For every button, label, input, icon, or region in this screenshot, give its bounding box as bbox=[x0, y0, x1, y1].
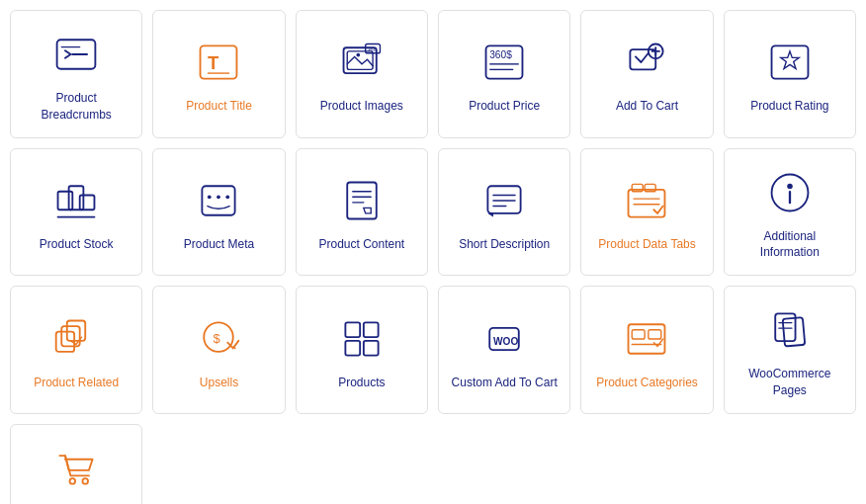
svg-text:$: $ bbox=[214, 330, 220, 345]
custom-cart-icon: WOO bbox=[478, 313, 530, 365]
svg-text:T: T bbox=[208, 53, 219, 74]
row-4: Menu Cart bbox=[10, 424, 856, 504]
svg-point-27 bbox=[217, 195, 221, 199]
widget-custom-add-to-cart[interactable]: WOO Custom Add To Cart bbox=[438, 286, 570, 414]
svg-text:360: 360 bbox=[367, 46, 376, 52]
woo-pages-icon bbox=[764, 304, 816, 356]
widget-additional-information[interactable]: Additional Information bbox=[724, 148, 856, 277]
svg-rect-62 bbox=[782, 317, 805, 346]
widget-label: Product Data Tabs bbox=[598, 236, 696, 253]
widget-product-content[interactable]: Product Content bbox=[296, 148, 428, 277]
svg-rect-29 bbox=[347, 183, 377, 219]
svg-point-26 bbox=[208, 195, 212, 199]
row-2: Product Stock Product Meta Product bbox=[10, 148, 856, 277]
svg-point-28 bbox=[226, 195, 230, 199]
svg-rect-53 bbox=[345, 340, 360, 355]
widget-label: Short Description bbox=[459, 236, 550, 253]
svg-point-8 bbox=[356, 53, 360, 57]
widget-product-stock[interactable]: Product Stock bbox=[10, 148, 142, 277]
widget-product-images[interactable]: 360 Product Images bbox=[296, 10, 428, 138]
svg-text:360$: 360$ bbox=[489, 50, 512, 61]
svg-point-50 bbox=[234, 347, 236, 349]
svg-rect-22 bbox=[69, 186, 84, 210]
widget-product-breadcrumbs[interactable]: Product Breadcrumbs bbox=[10, 10, 142, 138]
price-icon: 360$ bbox=[478, 37, 530, 88]
svg-rect-37 bbox=[629, 190, 665, 217]
svg-point-65 bbox=[70, 478, 76, 484]
widget-label: WooCommerce Pages bbox=[735, 366, 845, 399]
widget-label: Product Content bbox=[318, 236, 404, 253]
rating-icon bbox=[764, 37, 816, 88]
cart-icon bbox=[621, 37, 672, 88]
row-1: Product Breadcrumbs T Product Title 360 bbox=[10, 10, 856, 138]
title-icon: T bbox=[193, 37, 244, 88]
widget-woocommerce-pages[interactable]: WooCommerce Pages bbox=[724, 286, 856, 414]
svg-rect-25 bbox=[203, 186, 235, 215]
widget-label: Product Meta bbox=[184, 236, 254, 253]
widget-add-to-cart[interactable]: Add To Cart bbox=[580, 10, 713, 138]
categories-icon bbox=[621, 313, 672, 365]
images-icon: 360 bbox=[336, 37, 388, 88]
widget-label: Products bbox=[338, 375, 385, 391]
svg-rect-52 bbox=[364, 322, 379, 337]
widget-label: Custom Add To Cart bbox=[452, 375, 558, 391]
widget-menu-cart[interactable]: Menu Cart bbox=[10, 424, 142, 504]
svg-rect-59 bbox=[649, 329, 661, 338]
widget-label: Product Stock bbox=[40, 236, 114, 253]
widget-product-rating[interactable]: Product Rating bbox=[724, 10, 856, 138]
widget-product-categories[interactable]: Product Categories bbox=[580, 286, 713, 414]
widget-label: Product Price bbox=[469, 98, 540, 115]
widget-products[interactable]: Products bbox=[296, 286, 428, 414]
widget-label: Upsells bbox=[200, 375, 238, 391]
widget-product-data-tabs[interactable]: Product Data Tabs bbox=[580, 148, 713, 277]
additional-icon bbox=[764, 167, 816, 218]
menu-cart-icon bbox=[50, 443, 102, 494]
upsells-icon: $ bbox=[193, 313, 244, 365]
content-icon bbox=[336, 175, 388, 226]
related-icon bbox=[50, 313, 102, 365]
widget-upsells[interactable]: $ Upsells bbox=[152, 286, 285, 414]
svg-rect-21 bbox=[58, 192, 73, 210]
svg-text:WOO: WOO bbox=[493, 335, 518, 346]
widget-label: Add To Cart bbox=[616, 98, 678, 115]
widget-label: Product Breadcrumbs bbox=[21, 90, 131, 124]
svg-point-66 bbox=[83, 478, 89, 484]
data-tabs-icon bbox=[621, 175, 672, 226]
widget-product-related[interactable]: Product Related bbox=[10, 286, 142, 414]
widget-short-description[interactable]: Short Description bbox=[438, 148, 570, 277]
meta-icon bbox=[193, 175, 244, 226]
widget-label: Additional Information bbox=[735, 228, 845, 262]
widget-label: Product Images bbox=[320, 98, 403, 115]
row-3: Product Related $ Upsells Products bbox=[10, 286, 856, 414]
widget-label: Product Title bbox=[186, 98, 252, 115]
widget-label: Product Related bbox=[34, 375, 119, 391]
svg-rect-54 bbox=[364, 340, 379, 355]
svg-rect-51 bbox=[345, 322, 360, 337]
svg-rect-23 bbox=[80, 195, 95, 210]
svg-rect-58 bbox=[633, 329, 646, 338]
svg-marker-20 bbox=[781, 51, 799, 69]
breadcrumbs-icon bbox=[50, 29, 102, 80]
svg-rect-33 bbox=[488, 186, 521, 213]
widget-product-meta[interactable]: Product Meta bbox=[152, 148, 285, 277]
widget-label: Product Rating bbox=[750, 98, 828, 115]
short-desc-icon bbox=[478, 175, 530, 226]
widget-product-price[interactable]: 360$ Product Price bbox=[438, 10, 570, 138]
stock-icon bbox=[50, 175, 102, 226]
products-icon bbox=[336, 313, 388, 365]
svg-point-43 bbox=[787, 183, 793, 189]
widget-label: Product Categories bbox=[596, 375, 698, 391]
widget-product-title[interactable]: T Product Title bbox=[152, 10, 285, 138]
